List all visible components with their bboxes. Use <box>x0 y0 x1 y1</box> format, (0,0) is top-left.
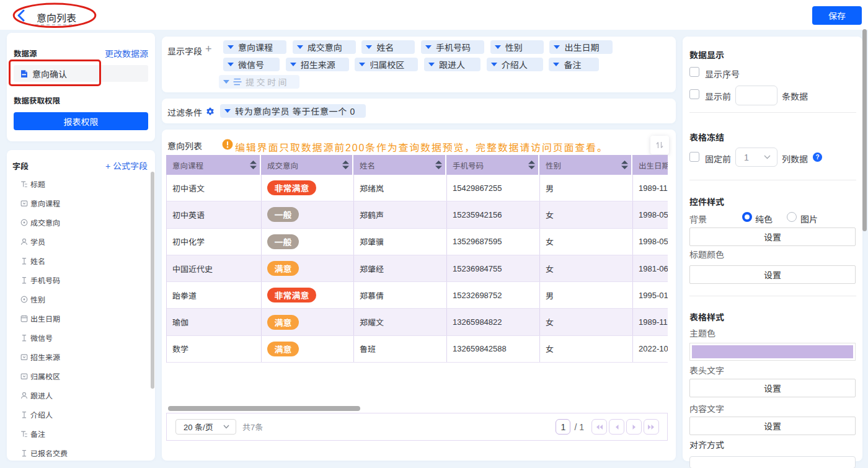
svg-text:?: ? <box>815 154 819 161</box>
